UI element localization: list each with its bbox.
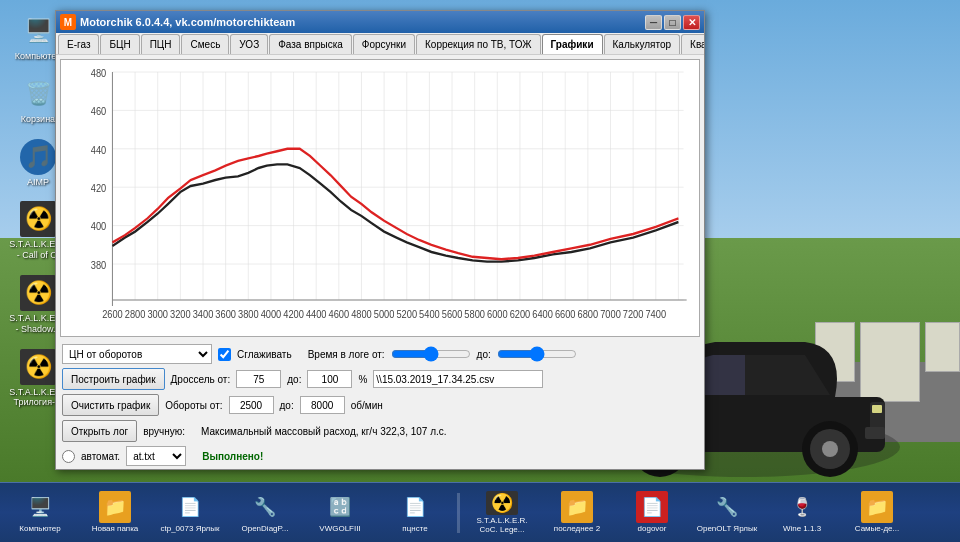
- stalker1-icon: ☢️: [20, 201, 56, 237]
- tab-bcn[interactable]: БЦН: [100, 34, 139, 54]
- taskbar-puncste-label: пцнсте: [402, 525, 427, 534]
- svg-rect-3: [872, 405, 882, 413]
- tab-uoz[interactable]: УОЗ: [230, 34, 268, 54]
- svg-text:7000: 7000: [600, 308, 621, 320]
- controls-row-2: Построить график Дроссель от: до: %: [62, 368, 698, 390]
- desktop: 🖥️ Компьютер 🗑️ Корзина 🎵 AIMP ☢️ S.T.A.…: [0, 0, 960, 542]
- taskbar-ctp-label: ctp_0073 Ярлык: [160, 525, 219, 534]
- manual-label: вручную:: [143, 426, 185, 437]
- taskbar-puncste[interactable]: 📄 пцнсте: [379, 488, 451, 538]
- svg-text:5000: 5000: [374, 308, 395, 320]
- taskbar-folder-icon: 📁: [99, 491, 131, 523]
- time-to-label: до:: [477, 349, 491, 360]
- file-path-input[interactable]: [373, 370, 543, 388]
- taskbar-last2-icon: 📁: [561, 491, 593, 523]
- svg-text:5600: 5600: [442, 308, 463, 320]
- svg-text:3800: 3800: [238, 308, 259, 320]
- rpm-from-input[interactable]: [229, 396, 274, 414]
- auto-label: автомат.: [81, 451, 120, 462]
- taskbar-openolt[interactable]: 🔧 OpenOLT Ярлык: [691, 488, 763, 538]
- taskbar-opendiag-icon: 🔧: [249, 491, 281, 523]
- svg-text:4000: 4000: [261, 308, 282, 320]
- clear-chart-button[interactable]: Очистить график: [62, 394, 159, 416]
- taskbar-computer[interactable]: 🖥️ Компьютер: [4, 488, 76, 538]
- taskbar-separator: [457, 493, 460, 533]
- time-to-slider[interactable]: [497, 345, 577, 363]
- taskbar: 🖥️ Компьютер 📁 Новая папка 📄 ctp_0073 Яр…: [0, 482, 960, 542]
- taskbar-openolt-icon: 🔧: [711, 491, 743, 523]
- taskbar-wine-label: Wine 1.1.3: [783, 525, 821, 534]
- taskbar-computer-icon: 🖥️: [24, 491, 56, 523]
- tab-kvant[interactable]: Квантование оборотов: [681, 34, 704, 54]
- auto-radio[interactable]: [62, 450, 75, 463]
- minimize-button[interactable]: ─: [645, 15, 662, 30]
- svg-text:7400: 7400: [645, 308, 666, 320]
- chart-container: 480 460 440 420 400 380 2600 2800 3000 3…: [60, 59, 700, 337]
- throttle-from-input[interactable]: [236, 370, 281, 388]
- svg-text:4400: 4400: [306, 308, 327, 320]
- computer-icon: 🖥️: [20, 13, 56, 49]
- status-text: Максимальный массовый расход, кг/ч 322,3…: [201, 426, 447, 437]
- tab-smes[interactable]: Смесь: [181, 34, 229, 54]
- svg-text:5200: 5200: [396, 308, 417, 320]
- time-from-slider[interactable]: [391, 345, 471, 363]
- svg-text:460: 460: [91, 106, 107, 118]
- svg-text:2600: 2600: [102, 308, 123, 320]
- controls-row-4: Открыть лог вручную: Максимальный массов…: [62, 420, 698, 442]
- svg-text:6600: 6600: [555, 308, 576, 320]
- throttle-to-input[interactable]: [307, 370, 352, 388]
- window-controls: ─ □ ✕: [645, 15, 700, 30]
- svg-text:3000: 3000: [147, 308, 168, 320]
- app-icon: M: [60, 14, 76, 30]
- tab-egas[interactable]: Е-газ: [58, 34, 99, 54]
- stalker3-icon: ☢️: [20, 349, 56, 385]
- build-chart-button[interactable]: Построить график: [62, 368, 165, 390]
- svg-text:480: 480: [91, 67, 107, 79]
- smooth-checkbox[interactable]: [218, 348, 231, 361]
- auto-file-selector[interactable]: at.txt: [126, 446, 186, 466]
- svg-text:3400: 3400: [193, 308, 214, 320]
- svg-text:3600: 3600: [215, 308, 236, 320]
- taskbar-stalker-lege[interactable]: ☢️ S.T.A.L.K.E.R. CoC. Lege...: [466, 488, 538, 538]
- done-label: Выполнено!: [202, 451, 263, 462]
- cn-selector[interactable]: ЦН от оборотов: [62, 344, 212, 364]
- svg-text:7200: 7200: [623, 308, 644, 320]
- time-from-label: Время в логе от:: [308, 349, 385, 360]
- close-button[interactable]: ✕: [683, 15, 700, 30]
- tab-korrekcia[interactable]: Коррекция по ТВ, ТОЖ: [416, 34, 541, 54]
- svg-text:420: 420: [91, 182, 107, 194]
- taskbar-wine-icon: 🍷: [786, 491, 818, 523]
- taskbar-opendiag[interactable]: 🔧 OpenDiagP...: [229, 488, 301, 538]
- rpm-to-label: до:: [280, 400, 294, 411]
- taskbar-stalker-label: S.T.A.L.K.E.R. CoC. Lege...: [469, 517, 535, 535]
- tab-pcn[interactable]: ПЦН: [141, 34, 181, 54]
- controls-row-5: автомат. at.txt Выполнено!: [62, 446, 698, 466]
- stalker2-icon: ☢️: [20, 275, 56, 311]
- taskbar-ctp[interactable]: 📄 ctp_0073 Ярлык: [154, 488, 226, 538]
- maximize-button[interactable]: □: [664, 15, 681, 30]
- tab-forsunki[interactable]: Форсунки: [353, 34, 415, 54]
- rpm-to-input[interactable]: [300, 396, 345, 414]
- taskbar-dogovor[interactable]: 📄 dogovor: [616, 488, 688, 538]
- taskbar-last2[interactable]: 📁 последнее 2: [541, 488, 613, 538]
- svg-text:6200: 6200: [510, 308, 531, 320]
- svg-text:380: 380: [91, 259, 107, 271]
- taskbar-wine[interactable]: 🍷 Wine 1.1.3: [766, 488, 838, 538]
- svg-text:6400: 6400: [532, 308, 553, 320]
- tab-faza[interactable]: Фаза впрыска: [269, 34, 352, 54]
- tab-grafiki[interactable]: Графики: [542, 34, 603, 54]
- taskbar-samye-icon: 📁: [861, 491, 893, 523]
- svg-point-8: [822, 441, 838, 457]
- title-bar: M Motorchik 6.0.4.4, vk.com/motorchiktea…: [56, 11, 704, 33]
- taskbar-vwgolf[interactable]: 🔡 VWGOLFIII: [304, 488, 376, 538]
- tab-kalkulator[interactable]: Калькулятор: [604, 34, 681, 54]
- rpm-label: Обороты от:: [165, 400, 222, 411]
- open-log-button[interactable]: Открыть лог: [62, 420, 137, 442]
- svg-text:6800: 6800: [578, 308, 599, 320]
- taskbar-folder[interactable]: 📁 Новая папка: [79, 488, 151, 538]
- throttle-to-label: до:: [287, 374, 301, 385]
- taskbar-samye[interactable]: 📁 Самые-де...: [841, 488, 913, 538]
- aimp-label: AIMP: [27, 177, 49, 188]
- controls-area: ЦН от оборотов Сглаживать Время в логе о…: [56, 341, 704, 469]
- taskbar-dogovor-label: dogovor: [638, 525, 667, 534]
